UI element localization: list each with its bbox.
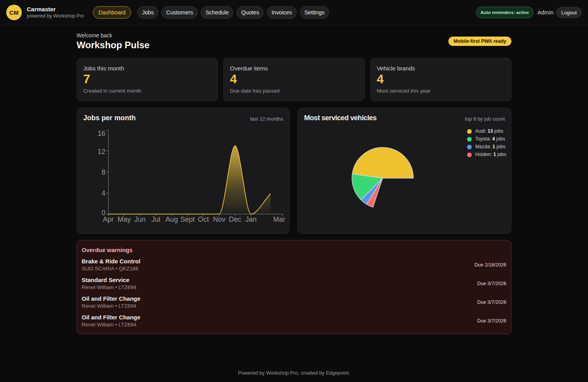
svg-text:Mazda: 1 jobs: Mazda: 1 jobs bbox=[475, 144, 506, 149]
svg-text:Nov: Nov bbox=[213, 216, 226, 223]
svg-text:May: May bbox=[117, 216, 131, 223]
svg-text:Audi: 13 jobs: Audi: 13 jobs bbox=[475, 128, 503, 134]
svg-text:12: 12 bbox=[98, 148, 105, 156]
svg-text:Jun: Jun bbox=[135, 216, 146, 223]
svg-text:Holden: 1 jobs: Holden: 1 jobs bbox=[475, 152, 506, 157]
svg-text:4: 4 bbox=[102, 189, 105, 197]
svg-text:16: 16 bbox=[98, 130, 105, 137]
svg-text:Toyota: 4 jobs: Toyota: 4 jobs bbox=[475, 136, 505, 142]
svg-text:Apr: Apr bbox=[103, 216, 114, 223]
svg-text:Sept: Sept bbox=[180, 216, 195, 223]
svg-text:Dec: Dec bbox=[229, 216, 241, 223]
svg-text:Aug: Aug bbox=[165, 216, 178, 223]
svg-text:Jul: Jul bbox=[151, 216, 160, 223]
svg-text:Oct: Oct bbox=[198, 216, 209, 223]
svg-text:Mar: Mar bbox=[273, 216, 285, 223]
svg-text:8: 8 bbox=[102, 168, 105, 176]
svg-text:Jan: Jan bbox=[245, 216, 257, 223]
